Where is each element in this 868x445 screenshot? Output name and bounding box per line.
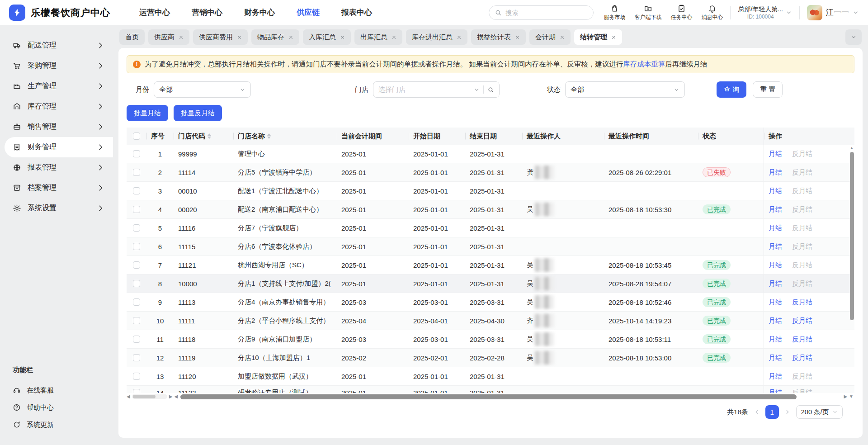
sidebar-item-archive[interactable]: 档案管理	[0, 178, 113, 198]
monthly-close-link[interactable]: 月结	[769, 150, 782, 158]
nav-item-supply-chain[interactable]: 供应链	[297, 7, 320, 18]
monthly-close-link[interactable]: 月结	[769, 261, 782, 270]
column-header-name[interactable]: 门店名称	[233, 128, 337, 145]
sidebar-item-report[interactable]: 报表管理	[0, 157, 113, 178]
footer-item-system-update[interactable]: 系统更新	[13, 416, 113, 433]
row-checkbox[interactable]	[133, 187, 140, 194]
quick-action-service-market[interactable]: 服务市场	[604, 4, 625, 21]
quick-action-task-center[interactable]: 任务中心	[670, 4, 692, 21]
nav-item-operations[interactable]: 运营中心	[139, 7, 170, 18]
row-checkbox[interactable]	[133, 243, 140, 250]
monthly-close-link[interactable]: 月结	[769, 224, 782, 232]
tab-carryover[interactable]: 结转管理	[574, 29, 622, 45]
horizontal-scroll-thumb[interactable]	[133, 395, 156, 398]
row-checkbox[interactable]	[133, 373, 140, 380]
scroll-down-arrow[interactable]: ▼	[849, 394, 854, 399]
row-checkbox[interactable]	[133, 150, 140, 157]
sort-icon[interactable]	[208, 133, 211, 139]
sidebar-item-finance[interactable]: 财务管理	[5, 137, 113, 157]
monthly-close-link[interactable]: 月结	[769, 335, 782, 344]
close-icon[interactable]	[457, 35, 462, 40]
tab-supplier-fee[interactable]: 供应商费用	[193, 29, 248, 45]
close-icon[interactable]	[237, 35, 242, 40]
vertical-scrollbar[interactable]: ▲	[849, 146, 854, 392]
sidebar-item-production[interactable]: 生产管理	[0, 76, 113, 96]
vertical-scroll-thumb[interactable]	[850, 152, 854, 320]
reverse-close-link[interactable]: 反月结	[792, 298, 812, 307]
recalc-cost-link[interactable]: 库存成本重算	[623, 60, 665, 68]
sidebar-item-sales[interactable]: 销售管理	[0, 117, 113, 137]
scroll-up-arrow[interactable]: ▲	[850, 146, 854, 150]
reverse-close-link[interactable]: 反月结	[792, 317, 812, 325]
scroll-right-arrow[interactable]: ▶	[844, 394, 847, 399]
page-number-button[interactable]: 1	[765, 405, 779, 419]
nav-item-reports[interactable]: 报表中心	[341, 7, 372, 18]
reverse-close-link[interactable]: 反月结	[792, 354, 812, 362]
sort-icon[interactable]	[267, 133, 271, 139]
search-input[interactable]	[505, 9, 573, 16]
tab-stock-io-summary[interactable]: 库存进出汇总	[406, 29, 467, 45]
nav-item-marketing[interactable]: 营销中心	[192, 7, 222, 18]
horizontal-scrollbar[interactable]: ◀ ▶ ◀ ▶ ▼	[127, 393, 854, 400]
monthly-close-link[interactable]: 月结	[769, 168, 782, 177]
close-icon[interactable]	[515, 35, 520, 40]
close-icon[interactable]	[392, 35, 396, 40]
tab-item-stock[interactable]: 物品库存	[251, 29, 299, 45]
row-checkbox[interactable]	[133, 280, 140, 287]
scroll-right-arrow[interactable]: ▶	[169, 394, 173, 399]
horizontal-scroll-thumb[interactable]	[180, 394, 797, 399]
prev-page-icon[interactable]	[754, 409, 760, 415]
row-checkbox[interactable]	[133, 206, 140, 213]
sidebar-item-purchase[interactable]: 采购管理	[0, 56, 113, 76]
quick-action-message-center[interactable]: 消息中心	[701, 4, 723, 21]
monthly-close-link[interactable]: 月结	[769, 187, 782, 195]
quick-action-client-download[interactable]: 客户端下载	[634, 4, 661, 21]
sidebar-item-inventory[interactable]: 库存管理	[0, 96, 113, 117]
close-icon[interactable]	[611, 35, 616, 40]
row-checkbox[interactable]	[133, 354, 140, 361]
batch-close-button[interactable]: 批量月结	[127, 105, 168, 121]
footer-item-help-center[interactable]: 帮助中心	[13, 399, 113, 416]
next-page-icon[interactable]	[784, 409, 791, 415]
tab-accounting-period[interactable]: 会计期	[529, 29, 571, 45]
row-checkbox[interactable]	[133, 261, 140, 269]
row-checkbox[interactable]	[133, 317, 140, 324]
reset-button[interactable]: 重 置	[753, 81, 783, 98]
column-header-code[interactable]: 门店代码	[174, 128, 233, 145]
row-checkbox[interactable]	[133, 389, 140, 393]
fixed-columns-scrollbar[interactable]	[132, 394, 167, 399]
nav-item-finance[interactable]: 财务中心	[244, 7, 275, 18]
tab-outbound-summary[interactable]: 出库汇总	[354, 29, 402, 45]
tab-pnl-report[interactable]: 损益统计表	[471, 29, 526, 45]
monthly-close-link[interactable]: 月结	[769, 354, 782, 362]
monthly-close-link[interactable]: 月结	[769, 388, 782, 393]
monthly-close-link[interactable]: 月结	[769, 279, 782, 288]
close-icon[interactable]	[179, 35, 184, 40]
reverse-close-link[interactable]: 反月结	[792, 335, 812, 344]
close-icon[interactable]	[340, 35, 345, 40]
sidebar-item-delivery[interactable]: 配送管理	[0, 35, 113, 56]
row-checkbox[interactable]	[133, 298, 140, 306]
monthly-close-link[interactable]: 月结	[769, 298, 782, 307]
main-scrollbar[interactable]	[179, 394, 842, 399]
monthly-close-link[interactable]: 月结	[769, 372, 782, 381]
batch-reverse-button[interactable]: 批量反月结	[174, 105, 222, 121]
close-icon[interactable]	[560, 35, 565, 40]
row-checkbox[interactable]	[133, 224, 140, 232]
store-select[interactable]: 选择门店	[373, 81, 500, 98]
monthly-close-link[interactable]: 月结	[769, 242, 782, 251]
tab-supplier[interactable]: 供应商	[148, 29, 189, 45]
page-size-select[interactable]: 200 条/页	[796, 405, 843, 419]
month-select[interactable]: 全部	[154, 81, 251, 98]
monthly-close-link[interactable]: 月结	[769, 205, 782, 214]
store-search-icon[interactable]	[487, 86, 494, 93]
user-menu[interactable]: 汪一一	[807, 5, 859, 20]
scroll-left-arrow[interactable]: ◀	[127, 394, 130, 399]
row-checkbox[interactable]	[133, 169, 140, 176]
query-button[interactable]: 查 询	[717, 81, 746, 98]
tab-home[interactable]: 首页	[119, 29, 145, 45]
row-checkbox[interactable]	[133, 336, 140, 343]
tab-inbound-summary[interactable]: 入库汇总	[303, 29, 351, 45]
select-all-checkbox[interactable]	[133, 133, 140, 140]
tabs-collapse-button[interactable]	[845, 29, 862, 45]
